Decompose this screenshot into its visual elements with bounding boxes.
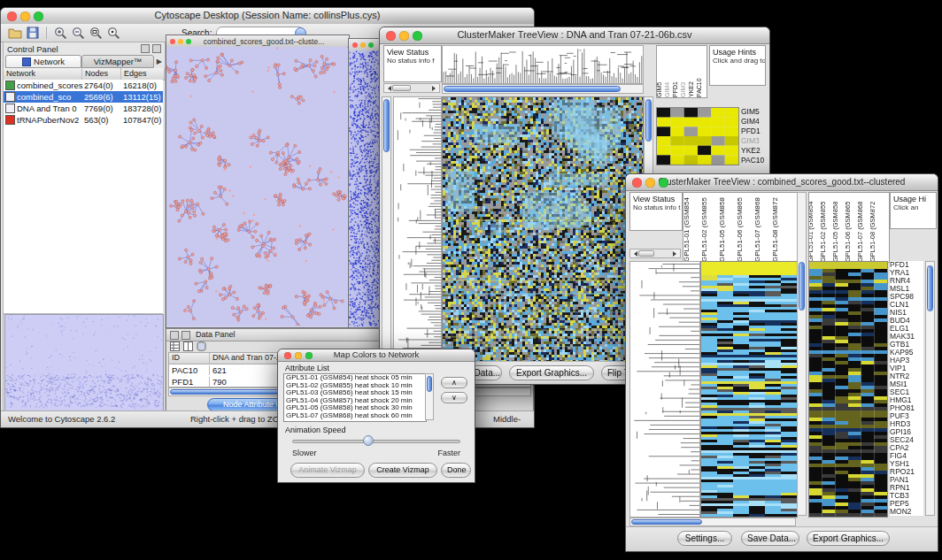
scroll-right-icon[interactable] <box>432 86 438 91</box>
close-icon[interactable] <box>632 178 642 188</box>
network-list-row[interactable]: combined_sco2569(6)13112(15) <box>4 91 163 103</box>
heatmap-horizontal-scrollbar[interactable] <box>629 518 796 526</box>
float-panel-icon[interactable] <box>170 331 179 340</box>
network-view-titlebar[interactable]: combined_scores_good.txt--cluste... <box>166 35 349 48</box>
scrollbar-thumb[interactable] <box>927 265 933 311</box>
move-up-button[interactable]: ∧ <box>441 377 467 388</box>
dna-titlebar[interactable]: ClusterMaker TreeView : DNA and Tran 07-… <box>380 27 769 44</box>
zoom-icon[interactable] <box>659 178 668 188</box>
gene-label[interactable]: PAC10 <box>741 156 768 165</box>
close-icon[interactable] <box>352 42 358 48</box>
column-dendrogram-canvas[interactable] <box>442 45 644 84</box>
minimize-icon[interactable] <box>178 39 183 44</box>
scrollbar-thumb[interactable] <box>799 262 805 311</box>
minimize-icon[interactable] <box>295 352 302 359</box>
column-label: GPL51-02 (GSM855 <box>700 197 708 262</box>
export-graphics-button[interactable]: Export Graphics... <box>509 365 594 380</box>
scrollbar-thumb[interactable] <box>392 85 411 91</box>
scrollbar-thumb[interactable] <box>631 519 702 525</box>
save-session-icon[interactable] <box>27 27 39 39</box>
attribute-list-scrollbar[interactable] <box>425 373 434 420</box>
heatmap-vertical-scrollbar[interactable] <box>797 192 807 516</box>
horizontal-scrollbar[interactable] <box>629 249 681 258</box>
network-list-row[interactable]: combined_scores2764(0)16218(0) <box>4 80 163 91</box>
database-icon[interactable] <box>197 341 206 351</box>
heatmap-canvas[interactable] <box>442 96 644 362</box>
scroll-left-icon[interactable] <box>385 86 391 91</box>
attribute-list-item[interactable]: GPL51-07 (GSM868) heat shock 60 min <box>284 412 426 420</box>
tab-vizmapper[interactable]: VizMapper™ <box>81 55 154 68</box>
tab-overflow-arrow-icon[interactable]: ▶ <box>157 58 162 65</box>
gene-label[interactable]: MON2 <box>890 508 923 516</box>
dialog-titlebar[interactable]: Map Colors to Network <box>278 349 475 362</box>
heatmap-column-labels: GPL51-01 (GSM854GPL51-02 (GSM855GPL51-05… <box>683 192 798 263</box>
network-canvas[interactable] <box>166 47 347 326</box>
scrollbar-thumb[interactable] <box>444 86 621 92</box>
close-panel-icon[interactable] <box>152 44 161 53</box>
dendrogram-vertical-scrollbar[interactable] <box>382 96 391 360</box>
gene-label[interactable]: GIM5 <box>741 107 768 117</box>
row-dendrogram-canvas[interactable] <box>629 261 700 518</box>
zoom-fit-icon[interactable] <box>89 27 103 40</box>
summary-heatmap-canvas[interactable] <box>656 107 739 165</box>
minimize-icon[interactable] <box>20 12 30 21</box>
column-header-id[interactable]: ID <box>169 353 210 364</box>
export-graphics-button[interactable]: Export Graphics... <box>807 531 890 546</box>
save-data-button[interactable]: Save Data... <box>741 531 799 546</box>
network-overview-thumbnail[interactable] <box>4 314 164 412</box>
minimize-icon[interactable] <box>360 42 366 48</box>
close-icon[interactable] <box>284 352 291 359</box>
grid-icon[interactable] <box>170 341 180 351</box>
settings-button[interactable]: Settings... <box>677 531 732 546</box>
usage-hints-heading: Usage Hi <box>891 193 936 203</box>
create-vizmap-button[interactable]: Create Vizmap <box>368 463 437 478</box>
zoom-icon[interactable] <box>305 352 313 359</box>
close-icon[interactable] <box>7 12 17 21</box>
zoom-in-icon[interactable] <box>54 27 67 40</box>
horizontal-scrollbar[interactable] <box>383 83 440 93</box>
zoom-out-icon[interactable] <box>72 27 85 40</box>
column-header-nodes[interactable]: Nodes <box>82 68 121 80</box>
row-dendrogram-canvas[interactable] <box>393 96 442 362</box>
columns-icon[interactable] <box>183 341 193 351</box>
heatmap-horizontal-scrollbar[interactable] <box>442 84 644 94</box>
animate-vizmap-button[interactable]: Animate Vizmap <box>290 463 365 478</box>
open-session-icon[interactable] <box>8 27 22 39</box>
network-name: combined_scores <box>17 81 84 90</box>
scrollbar-thumb[interactable] <box>383 99 390 152</box>
gene-label[interactable]: PFD1 <box>741 127 768 136</box>
summary-heatmap-canvas[interactable] <box>808 261 888 518</box>
done-button[interactable]: Done <box>441 463 471 478</box>
gene-label[interactable]: GIM4 <box>741 117 768 127</box>
column-header-edges[interactable]: Edges <box>121 68 165 80</box>
scrollbar-thumb[interactable] <box>427 376 432 392</box>
network-list-row[interactable]: tRNAPuberNov2563(0)107847(0) <box>4 114 163 126</box>
scroll-right-icon[interactable] <box>673 251 679 257</box>
zoom-icon[interactable] <box>413 31 422 41</box>
zoom-selected-icon[interactable] <box>107 27 120 40</box>
network-list-row[interactable]: DNA and Tran 07769(0)183728(0) <box>4 103 163 114</box>
minimize-icon[interactable] <box>645 178 655 188</box>
zoom-icon[interactable] <box>34 12 43 21</box>
move-down-button[interactable]: ∨ <box>441 392 467 403</box>
scrollbar-thumb[interactable] <box>638 250 654 257</box>
combined-titlebar[interactable]: ClusterMaker TreeView : combined_scores_… <box>626 174 938 191</box>
slider-knob[interactable] <box>363 435 374 446</box>
close-icon[interactable] <box>170 39 175 44</box>
scroll-left-icon[interactable] <box>631 251 637 257</box>
column-label: GPL51-07 (GSM868 <box>753 197 761 262</box>
zoom-icon[interactable] <box>368 42 374 48</box>
gene-label[interactable]: GIM3 <box>741 136 768 146</box>
float-panel-icon[interactable] <box>141 44 150 53</box>
scrollbar-thumb[interactable] <box>645 99 652 142</box>
gene-label[interactable]: YKE2 <box>741 146 768 156</box>
gene-list-scrollbar[interactable] <box>925 261 935 516</box>
tab-network[interactable]: Network <box>5 55 81 68</box>
main-titlebar[interactable]: Cytoscape Desktop (Session Name: collins… <box>1 8 534 25</box>
heatmap-canvas[interactable] <box>700 261 798 518</box>
animation-speed-slider[interactable] <box>292 440 460 443</box>
minimize-icon[interactable] <box>399 31 409 41</box>
close-panel-icon[interactable] <box>181 331 190 340</box>
close-icon[interactable] <box>386 31 396 41</box>
column-header-network[interactable]: Network <box>4 68 82 80</box>
